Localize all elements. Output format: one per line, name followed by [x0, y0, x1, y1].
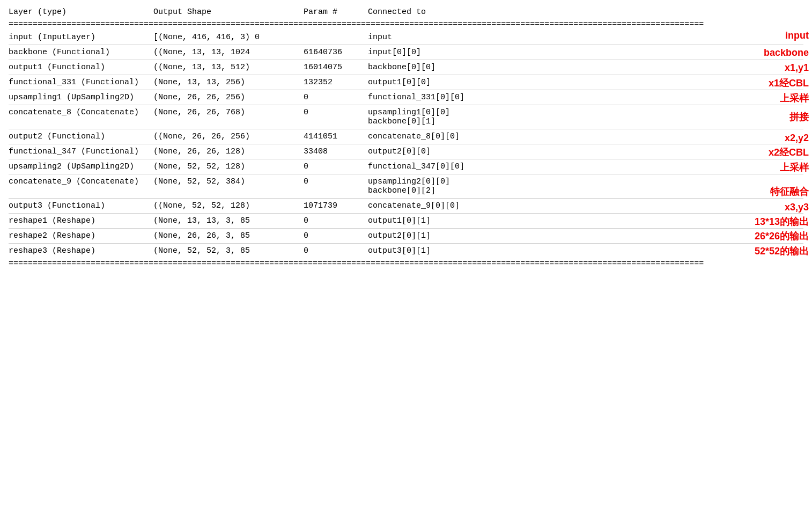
layer-cell-7: functional_347 (Functional) — [9, 144, 153, 159]
connected-text-6: concatenate_8[0][0] — [368, 132, 460, 141]
connected-text-0: input — [368, 33, 392, 42]
layer-cell-5: concatenate_8 (Concatenate) — [9, 105, 153, 129]
annotation-6: x2,y2 — [785, 133, 809, 144]
table-header-row: Layer (type)Output ShapeParam #Connected… — [9, 5, 803, 19]
annotation-12: 26*26的输出 — [755, 230, 809, 243]
connected-text-13: output3[0][1] — [368, 246, 431, 255]
shape-cell-11: (None, 13, 13, 3, 85 — [153, 214, 304, 229]
annotation-2: x1,y1 — [785, 62, 809, 73]
bottom-separator: ========================================… — [9, 258, 803, 269]
connected-text-9: upsampling2[0][0] backbone[0][2] — [368, 177, 450, 195]
annotation-0: input — [785, 30, 809, 41]
connected-cell-6: concatenate_8[0][0]x2,y2 — [368, 129, 803, 144]
layer-cell-3: functional_331 (Functional) — [9, 75, 153, 90]
table-row-4: upsampling1 (UpSampling2D)(None, 26, 26,… — [9, 90, 803, 105]
param-cell-3: 132352 — [304, 75, 368, 90]
layer-cell-2: output1 (Functional) — [9, 60, 153, 75]
shape-cell-3: (None, 13, 13, 256) — [153, 75, 304, 90]
layer-cell-1: backbone (Functional) — [9, 45, 153, 60]
connected-text-12: output2[0][1] — [368, 231, 431, 240]
connected-cell-2: backbone[0][0]x1,y1 — [368, 60, 803, 75]
param-cell-0 — [304, 30, 368, 45]
annotation-4: 上采样 — [780, 92, 809, 105]
header-cell-1: Output Shape — [153, 5, 304, 19]
shape-cell-10: ((None, 52, 52, 128) — [153, 199, 304, 214]
connected-text-11: output1[0][1] — [368, 216, 431, 225]
connected-cell-12: output2[0][1]26*26的输出 — [368, 229, 803, 244]
param-cell-7: 33408 — [304, 144, 368, 159]
connected-cell-10: concatenate_9[0][0]x3,y3 — [368, 199, 803, 214]
layer-cell-4: upsampling1 (UpSampling2D) — [9, 90, 153, 105]
annotation-1: backbone — [764, 47, 809, 58]
table-row-9: concatenate_9 (Concatenate)(None, 52, 52… — [9, 174, 803, 199]
table-row-10: output3 (Functional)((None, 52, 52, 128)… — [9, 199, 803, 214]
header-cell-2: Param # — [304, 5, 368, 19]
connected-cell-5: upsampling1[0][0] backbone[0][1]拼接 — [368, 105, 803, 129]
connected-cell-3: output1[0][0]x1经CBL — [368, 75, 803, 90]
table-row-0: input (InputLayer)[(None, 416, 416, 3) 0… — [9, 30, 803, 45]
shape-cell-2: ((None, 13, 13, 512) — [153, 60, 304, 75]
table-row-8: upsampling2 (UpSampling2D)(None, 52, 52,… — [9, 159, 803, 174]
layer-cell-6: output2 (Functional) — [9, 129, 153, 144]
shape-cell-6: ((None, 26, 26, 256) — [153, 129, 304, 144]
table-row-1: backbone (Functional)((None, 13, 13, 102… — [9, 45, 803, 60]
connected-cell-7: output2[0][0]x2经CBL — [368, 144, 803, 159]
layer-cell-9: concatenate_9 (Concatenate) — [9, 174, 153, 199]
param-cell-4: 0 — [304, 90, 368, 105]
connected-cell-8: functional_347[0][0]上采样 — [368, 159, 803, 174]
param-cell-13: 0 — [304, 244, 368, 259]
annotation-10: x3,y3 — [785, 202, 809, 213]
shape-cell-5: (None, 26, 26, 768) — [153, 105, 304, 129]
table-row-6: output2 (Functional)((None, 26, 26, 256)… — [9, 129, 803, 144]
connected-cell-11: output1[0][1]13*13的输出 — [368, 214, 803, 229]
shape-cell-8: (None, 52, 52, 128) — [153, 159, 304, 174]
shape-cell-9: (None, 52, 52, 384) — [153, 174, 304, 199]
annotation-9: 特征融合 — [770, 185, 809, 198]
connected-text-2: backbone[0][0] — [368, 63, 435, 72]
connected-cell-0: inputinput — [368, 30, 803, 45]
annotation-3: x1经CBL — [769, 77, 809, 90]
table-row-12: reshape2 (Reshape)(None, 26, 26, 3, 850o… — [9, 229, 803, 244]
shape-cell-4: (None, 26, 26, 256) — [153, 90, 304, 105]
connected-text-5: upsampling1[0][0] backbone[0][1] — [368, 108, 450, 126]
annotation-7: x2经CBL — [769, 146, 809, 159]
bottom-separator-line: ========================================… — [9, 258, 803, 269]
table-row-5: concatenate_8 (Concatenate)(None, 26, 26… — [9, 105, 803, 129]
connected-cell-1: input[0][0]backbone — [368, 45, 803, 60]
layer-cell-11: reshape1 (Reshape) — [9, 214, 153, 229]
layer-cell-13: reshape3 (Reshape) — [9, 244, 153, 259]
model-summary-table: Layer (type)Output ShapeParam #Connected… — [9, 5, 803, 269]
shape-cell-13: (None, 52, 52, 3, 85 — [153, 244, 304, 259]
annotation-11: 13*13的输出 — [755, 215, 809, 228]
table-row-2: output1 (Functional)((None, 13, 13, 512)… — [9, 60, 803, 75]
param-cell-11: 0 — [304, 214, 368, 229]
separator-line: ========================================… — [9, 19, 803, 30]
connected-text-7: output2[0][0] — [368, 147, 431, 156]
layer-cell-10: output3 (Functional) — [9, 199, 153, 214]
connected-text-8: functional_347[0][0] — [368, 162, 464, 171]
connected-text-10: concatenate_9[0][0] — [368, 201, 460, 210]
param-cell-6: 4141051 — [304, 129, 368, 144]
param-cell-5: 0 — [304, 105, 368, 129]
connected-text-4: functional_331[0][0] — [368, 93, 464, 102]
connected-text-1: input[0][0] — [368, 48, 421, 57]
shape-cell-0: [(None, 416, 416, 3) 0 — [153, 30, 304, 45]
table-row-13: reshape3 (Reshape)(None, 52, 52, 3, 850o… — [9, 244, 803, 259]
annotation-8: 上采样 — [780, 161, 809, 174]
shape-cell-12: (None, 26, 26, 3, 85 — [153, 229, 304, 244]
header-cell-0: Layer (type) — [9, 5, 153, 19]
param-cell-12: 0 — [304, 229, 368, 244]
layer-cell-12: reshape2 (Reshape) — [9, 229, 153, 244]
top-separator: ========================================… — [9, 19, 803, 30]
param-cell-2: 16014075 — [304, 60, 368, 75]
connected-cell-13: output3[0][1]52*52的输出 — [368, 244, 803, 259]
connected-cell-9: upsampling2[0][0] backbone[0][2]特征融合 — [368, 174, 803, 199]
annotation-13: 52*52的输出 — [755, 245, 809, 258]
connected-text-3: output1[0][0] — [368, 78, 431, 87]
param-cell-9: 0 — [304, 174, 368, 199]
connected-cell-4: functional_331[0][0]上采样 — [368, 90, 803, 105]
header-cell-3: Connected to — [368, 5, 803, 19]
table-row-7: functional_347 (Functional)(None, 26, 26… — [9, 144, 803, 159]
param-cell-10: 1071739 — [304, 199, 368, 214]
table-row-3: functional_331 (Functional)(None, 13, 13… — [9, 75, 803, 90]
